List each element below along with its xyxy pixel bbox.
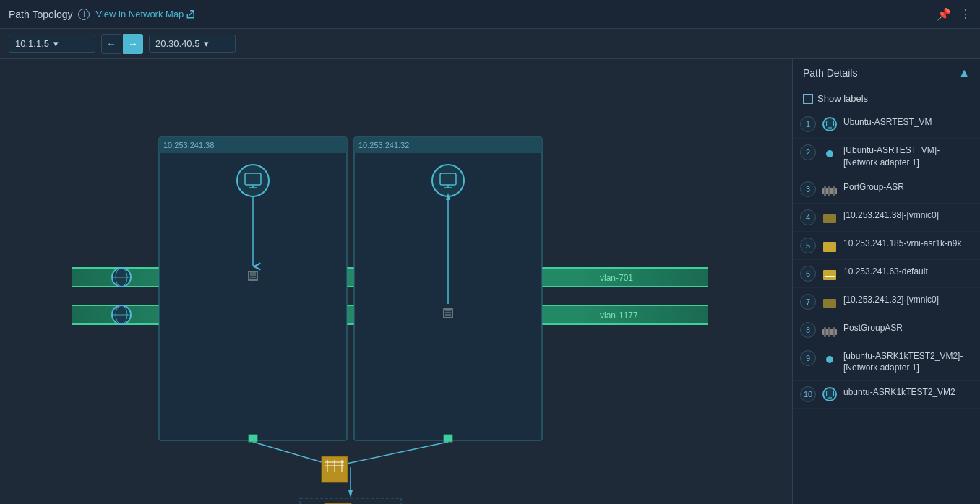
page-title: Path Topology: [9, 9, 72, 20]
panel-collapse-button[interactable]: ▲: [958, 66, 970, 79]
svg-text:vlan-1177: vlan-1177: [600, 310, 638, 321]
path-item-text: [Ubuntu-ASRTEST_VM]-[Network adapter 1]: [843, 144, 973, 169]
path-item-icon: [822, 238, 838, 253]
path-list: 1 Ubuntu-ASRTEST_VM2[Ubuntu-ASRTEST_VM]-…: [793, 110, 980, 504]
svg-text:10.253.241.38: 10.253.241.38: [163, 141, 214, 149]
path-item-text: PostGroupASR: [843, 322, 973, 334]
path-list-item[interactable]: 9[ubuntu-ASRK1kTEST2_VM2]-[Network adapt…: [793, 344, 980, 381]
path-list-item[interactable]: 7[10.253.241.32]-[vmnic0]: [793, 288, 980, 316]
network-svg: 10.253.241.38 10.253.241.32: [0, 59, 792, 504]
svg-rect-39: [249, 435, 257, 442]
toolbar: 10.1.1.5 ▾ ← → 20.30.40.5 ▾: [0, 29, 980, 59]
path-item-text: ubuntu-ASRK1kTEST2_VM2: [843, 386, 973, 399]
show-labels-checkbox[interactable]: [803, 94, 813, 104]
panel-header: Path Details ▲: [793, 59, 980, 87]
path-list-item[interactable]: 6 10.253.241.63-default: [793, 260, 980, 288]
path-item-text: 10.253.241.63-default: [843, 266, 973, 278]
info-icon[interactable]: i: [78, 9, 90, 20]
path-item-text: 10.253.241.185-vrni-asr1k-n9k: [843, 238, 973, 250]
svg-line-41: [253, 442, 327, 464]
svg-rect-40: [444, 435, 452, 442]
svg-point-12: [237, 165, 269, 196]
dest-ip-value: 20.30.40.5: [155, 38, 199, 49]
dest-ip-chevron: ▾: [204, 38, 209, 49]
path-list-item[interactable]: 10 ubuntu-ASRK1kTEST2_VM2: [793, 381, 980, 409]
path-item-number: 2: [800, 144, 816, 160]
show-labels-row: Show labels: [793, 87, 980, 110]
path-item-number: 1: [800, 116, 816, 132]
path-item-icon: [822, 266, 838, 282]
main-content: 10.253.241.38 10.253.241.32: [0, 59, 980, 504]
path-item-number: 8: [800, 322, 816, 338]
path-item-number: 3: [800, 181, 816, 197]
path-list-item[interactable]: 1 Ubuntu-ASRTEST_VM: [793, 110, 980, 139]
external-link-icon: [186, 10, 195, 19]
path-item-icon: [822, 350, 838, 366]
show-labels-text: Show labels: [817, 93, 868, 104]
path-list-item[interactable]: 3 PortGroup-ASR: [793, 175, 980, 204]
svg-text:vlan-701: vlan-701: [600, 273, 633, 283]
path-item-number: 4: [800, 209, 816, 225]
view-network-map-link[interactable]: View in Network Map: [95, 9, 195, 19]
path-item-icon: [822, 144, 838, 160]
topology-canvas[interactable]: 10.253.241.38 10.253.241.32: [0, 59, 792, 504]
direction-left-button[interactable]: ←: [101, 34, 121, 54]
pin-icon[interactable]: 📌: [937, 7, 951, 21]
path-item-icon: [822, 294, 838, 310]
path-item-text: [ubuntu-ASRK1kTEST2_VM2]-[Network adapte…: [843, 350, 973, 375]
panel-title: Path Details: [803, 67, 857, 79]
path-item-text: [10.253.241.38]-[vmnic0]: [843, 209, 973, 222]
source-ip-selector[interactable]: 10.1.1.5 ▾: [9, 35, 95, 53]
path-item-text: PortGroup-ASR: [843, 181, 973, 194]
path-item-icon: [822, 181, 838, 197]
right-panel: Path Details ▲ Show labels 1 Ubuntu-ASRT…: [792, 59, 980, 504]
svg-rect-59: [826, 121, 833, 126]
path-item-icon: [822, 386, 838, 402]
path-list-item[interactable]: 2[Ubuntu-ASRTEST_VM]-[Network adapter 1]: [793, 139, 980, 175]
path-list-item[interactable]: 8 PostGroupASR: [793, 316, 980, 344]
path-item-text: [10.253.241.32]-[vmnic0]: [843, 294, 973, 306]
path-item-text: Ubuntu-ASRTEST_VM: [843, 116, 973, 129]
path-item-number: 7: [800, 294, 816, 310]
path-list-item[interactable]: 4[10.253.241.38]-[vmnic0]: [793, 204, 980, 232]
more-options-icon[interactable]: ⋮: [960, 7, 971, 21]
svg-marker-44: [348, 490, 353, 498]
path-item-number: 9: [800, 350, 816, 366]
svg-rect-62: [826, 391, 833, 396]
svg-text:10.253.241.32: 10.253.241.32: [358, 141, 409, 149]
path-item-number: 10: [800, 386, 816, 402]
path-item-icon: [822, 116, 838, 132]
path-list-item[interactable]: 5 10.253.241.185-vrni-asr1k-n9k: [793, 232, 980, 260]
path-item-icon: [822, 209, 838, 225]
direction-right-button[interactable]: →: [123, 34, 143, 54]
source-ip-value: 10.1.1.5: [15, 38, 49, 49]
header-left: Path Topology i View in Network Map: [9, 9, 195, 20]
dest-ip-selector[interactable]: 20.30.40.5 ▾: [149, 35, 236, 53]
path-item-number: 5: [800, 238, 816, 253]
path-item-icon: [822, 322, 838, 338]
header-right: 📌 ⋮: [937, 7, 971, 21]
source-ip-chevron: ▾: [53, 38, 59, 49]
direction-buttons: ← →: [101, 34, 143, 54]
svg-line-42: [347, 442, 448, 464]
path-item-number: 6: [800, 266, 816, 282]
svg-point-17: [432, 165, 464, 196]
app-header: Path Topology i View in Network Map 📌 ⋮: [0, 0, 980, 29]
